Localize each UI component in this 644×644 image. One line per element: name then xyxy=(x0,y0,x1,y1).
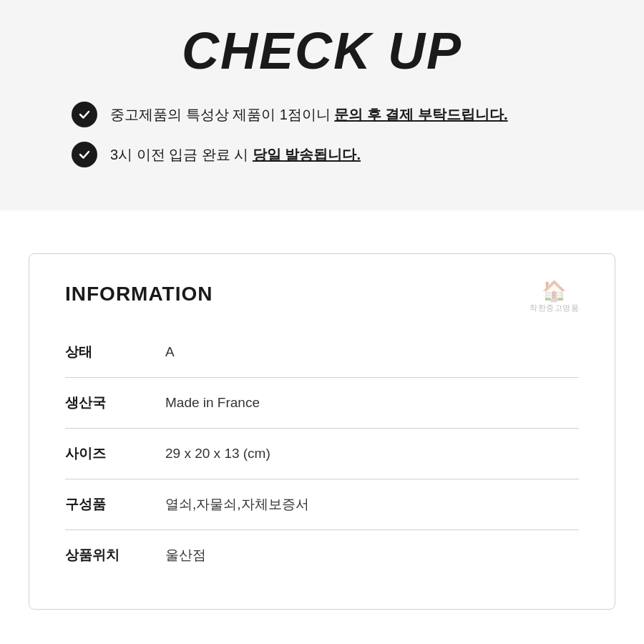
value-location: 울산점 xyxy=(158,530,579,581)
label-components: 구성품 xyxy=(65,479,158,530)
info-title: INFORMATION xyxy=(65,283,579,306)
check-item-2: 3시 이전 입금 완료 시 당일 발송됩니다. xyxy=(72,142,572,167)
label-size: 사이즈 xyxy=(65,429,158,479)
table-row-components: 구성품 열쇠,자물쇠,자체보증서 xyxy=(65,479,579,530)
spacer xyxy=(0,210,644,253)
label-condition: 상태 xyxy=(65,327,158,378)
info-table: 상태 A 생산국 Made in France 사이즈 29 x 20 x 13… xyxy=(65,327,579,580)
brand-logo-text: 착한중고명품 xyxy=(530,303,579,313)
brand-logo: 🏠 착한중고명품 xyxy=(530,281,579,313)
table-row-size: 사이즈 29 x 20 x 13 (cm) xyxy=(65,429,579,479)
brand-logo-icon: 🏠 xyxy=(542,281,567,301)
label-location: 상품위치 xyxy=(65,530,158,581)
checklist: 중고제품의 특성상 제품이 1점이니 문의 후 결제 부탁드립니다. 3시 이전… xyxy=(72,102,572,182)
value-components: 열쇠,자물쇠,자체보증서 xyxy=(158,479,579,530)
label-origin: 생산국 xyxy=(65,378,158,429)
check-text-2: 3시 이전 입금 완료 시 당일 발송됩니다. xyxy=(110,145,361,165)
info-section: INFORMATION 🏠 착한중고명품 상태 A 생산국 Made in Fr… xyxy=(29,253,615,610)
check-item-1: 중고제품의 특성상 제품이 1점이니 문의 후 결제 부탁드립니다. xyxy=(72,102,572,127)
table-row-condition: 상태 A xyxy=(65,327,579,378)
header-section: CHECK UP 중고제품의 특성상 제품이 1점이니 문의 후 결제 부탁드립… xyxy=(0,0,644,210)
value-size: 29 x 20 x 13 (cm) xyxy=(158,429,579,479)
checkmark-icon-2 xyxy=(72,142,97,167)
table-row-origin: 생산국 Made in France xyxy=(65,378,579,429)
main-title: CHECK UP xyxy=(29,21,615,80)
checkmark-icon-1 xyxy=(72,102,97,127)
value-origin: Made in France xyxy=(158,378,579,429)
check-text-1: 중고제품의 특성상 제품이 1점이니 문의 후 결제 부탁드립니다. xyxy=(110,104,508,125)
value-condition: A xyxy=(158,327,579,378)
table-row-location: 상품위치 울산점 xyxy=(65,530,579,581)
